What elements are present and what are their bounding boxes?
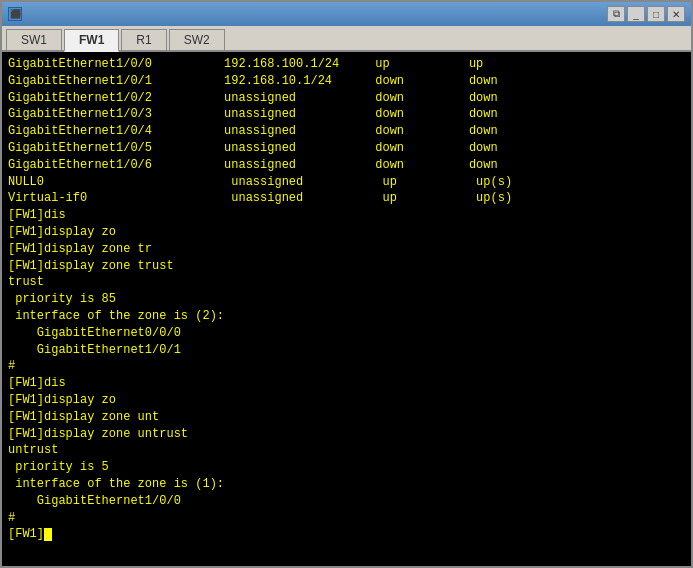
restore-button[interactable]: ⧉ <box>607 6 625 22</box>
terminal-line: GigabitEthernet1/0/2 unassigned down dow… <box>8 90 685 107</box>
terminal-line: trust <box>8 274 685 291</box>
terminal-line: GigabitEthernet1/0/4 unassigned down dow… <box>8 123 685 140</box>
terminal-line: GigabitEthernet0/0/0 <box>8 325 685 342</box>
tab-sw1[interactable]: SW1 <box>6 29 62 50</box>
terminal-line: [FW1] <box>8 526 685 543</box>
terminal-line: GigabitEthernet1/0/1 <box>8 342 685 359</box>
tab-r1[interactable]: R1 <box>121 29 166 50</box>
terminal-output[interactable]: GigabitEthernet1/0/0 192.168.100.1/24 up… <box>2 52 691 566</box>
terminal-line: [FW1]display zone unt <box>8 409 685 426</box>
terminal-line: [FW1]display zone trust <box>8 258 685 275</box>
title-bar: ⬛ ⧉ _ □ ✕ <box>2 2 691 26</box>
terminal-line: GigabitEthernet1/0/5 unassigned down dow… <box>8 140 685 157</box>
terminal-line: # <box>8 358 685 375</box>
terminal-line: GigabitEthernet1/0/0 <box>8 493 685 510</box>
terminal-line: GigabitEthernet1/0/0 192.168.100.1/24 up… <box>8 56 685 73</box>
terminal-line: NULL0 unassigned up up(s) <box>8 174 685 191</box>
terminal-line: Virtual-if0 unassigned up up(s) <box>8 190 685 207</box>
terminal-line: GigabitEthernet1/0/1 192.168.10.1/24 dow… <box>8 73 685 90</box>
terminal-line: [FW1]display zone untrust <box>8 426 685 443</box>
tab-bar: SW1 FW1 R1 SW2 <box>2 26 691 52</box>
title-controls: ⧉ _ □ ✕ <box>607 6 685 22</box>
terminal-line: interface of the zone is (2): <box>8 308 685 325</box>
terminal-line: # <box>8 510 685 527</box>
terminal-line: priority is 85 <box>8 291 685 308</box>
window-icon: ⬛ <box>8 7 22 21</box>
terminal-line: GigabitEthernet1/0/6 unassigned down dow… <box>8 157 685 174</box>
terminal-line: priority is 5 <box>8 459 685 476</box>
terminal-line: [FW1]dis <box>8 375 685 392</box>
minimize-button[interactable]: _ <box>627 6 645 22</box>
terminal-line: interface of the zone is (1): <box>8 476 685 493</box>
tab-fw1[interactable]: FW1 <box>64 29 119 52</box>
tab-sw2[interactable]: SW2 <box>169 29 225 50</box>
terminal-line: GigabitEthernet1/0/3 unassigned down dow… <box>8 106 685 123</box>
maximize-button[interactable]: □ <box>647 6 665 22</box>
title-bar-left: ⬛ <box>8 7 28 21</box>
terminal-line: [FW1]dis <box>8 207 685 224</box>
terminal-line: untrust <box>8 442 685 459</box>
cursor <box>44 528 52 541</box>
close-button[interactable]: ✕ <box>667 6 685 22</box>
terminal-line: [FW1]display zo <box>8 392 685 409</box>
terminal-line: [FW1]display zone tr <box>8 241 685 258</box>
main-window: ⬛ ⧉ _ □ ✕ SW1 FW1 R1 SW2 GigabitEthernet… <box>0 0 693 568</box>
terminal-line: [FW1]display zo <box>8 224 685 241</box>
